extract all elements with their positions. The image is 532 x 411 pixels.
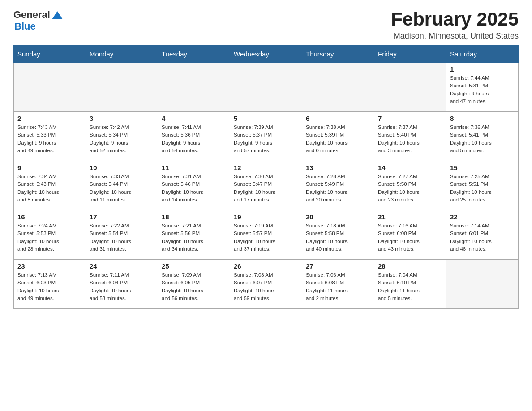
calendar-cell: 8Sunrise: 7:36 AMSunset: 5:41 PMDaylight… [446, 112, 519, 161]
calendar-week-row: 16Sunrise: 7:24 AMSunset: 5:53 PMDayligh… [14, 210, 519, 260]
calendar-week-row: 1Sunrise: 7:44 AMSunset: 5:31 PMDaylight… [14, 63, 519, 112]
calendar-cell: 2Sunrise: 7:43 AMSunset: 5:33 PMDaylight… [14, 112, 86, 161]
calendar-cell [374, 63, 446, 112]
day-info: Sunrise: 7:22 AMSunset: 5:54 PMDaylight:… [90, 222, 154, 253]
calendar-cell [86, 63, 158, 112]
day-info: Sunrise: 7:41 AMSunset: 5:36 PMDaylight:… [162, 124, 226, 154]
calendar-cell: 19Sunrise: 7:19 AMSunset: 5:57 PMDayligh… [230, 210, 302, 260]
day-number: 27 [306, 262, 370, 270]
logo-bottom-line: Blue [13, 21, 36, 32]
day-number: 28 [378, 262, 442, 270]
calendar-day-header: Friday [374, 46, 446, 63]
calendar-cell [14, 63, 86, 112]
logo-general-text: General [13, 9, 50, 21]
calendar-cell: 17Sunrise: 7:22 AMSunset: 5:54 PMDayligh… [86, 210, 158, 260]
calendar-week-row: 2Sunrise: 7:43 AMSunset: 5:33 PMDaylight… [14, 112, 519, 161]
calendar-day-header: Monday [86, 46, 158, 63]
day-info: Sunrise: 7:43 AMSunset: 5:33 PMDaylight:… [17, 124, 82, 154]
day-number: 12 [234, 164, 298, 171]
day-number: 10 [90, 164, 154, 171]
day-info: Sunrise: 7:34 AMSunset: 5:43 PMDaylight:… [17, 173, 82, 204]
day-number: 15 [450, 164, 515, 171]
calendar-cell: 24Sunrise: 7:11 AMSunset: 6:04 PMDayligh… [86, 260, 158, 309]
day-info: Sunrise: 7:11 AMSunset: 6:04 PMDaylight:… [90, 271, 154, 302]
calendar-cell: 27Sunrise: 7:06 AMSunset: 6:08 PMDayligh… [302, 260, 374, 309]
calendar-cell: 7Sunrise: 7:37 AMSunset: 5:40 PMDaylight… [374, 112, 446, 161]
day-number: 1 [450, 65, 515, 73]
day-number: 17 [90, 213, 154, 221]
day-number: 7 [378, 115, 442, 122]
logo-blue-text: Blue [14, 21, 36, 32]
day-number: 4 [162, 115, 226, 122]
calendar-week-row: 23Sunrise: 7:13 AMSunset: 6:03 PMDayligh… [14, 260, 519, 309]
day-number: 24 [90, 262, 154, 270]
day-info: Sunrise: 7:13 AMSunset: 6:03 PMDaylight:… [17, 271, 82, 302]
calendar-cell [158, 63, 230, 112]
calendar-header-row: SundayMondayTuesdayWednesdayThursdayFrid… [14, 46, 519, 63]
day-number: 19 [234, 213, 298, 221]
day-number: 13 [306, 164, 370, 171]
day-info: Sunrise: 7:19 AMSunset: 5:57 PMDaylight:… [234, 222, 298, 253]
day-info: Sunrise: 7:27 AMSunset: 5:50 PMDaylight:… [378, 173, 442, 204]
day-number: 5 [234, 115, 298, 122]
day-info: Sunrise: 7:14 AMSunset: 6:01 PMDaylight:… [450, 222, 515, 253]
day-info: Sunrise: 7:44 AMSunset: 5:31 PMDaylight:… [450, 74, 515, 105]
day-number: 14 [378, 164, 442, 171]
calendar-cell: 21Sunrise: 7:16 AMSunset: 6:00 PMDayligh… [374, 210, 446, 260]
day-number: 9 [17, 164, 82, 171]
day-info: Sunrise: 7:08 AMSunset: 6:07 PMDaylight:… [234, 271, 298, 302]
calendar-cell: 25Sunrise: 7:09 AMSunset: 6:05 PMDayligh… [158, 260, 230, 309]
day-info: Sunrise: 7:28 AMSunset: 5:49 PMDaylight:… [306, 173, 370, 204]
day-info: Sunrise: 7:33 AMSunset: 5:44 PMDaylight:… [90, 173, 154, 204]
day-info: Sunrise: 7:06 AMSunset: 6:08 PMDaylight:… [306, 271, 370, 302]
day-number: 16 [17, 213, 82, 221]
day-info: Sunrise: 7:31 AMSunset: 5:46 PMDaylight:… [162, 173, 226, 204]
calendar-day-header: Sunday [14, 46, 86, 63]
day-number: 11 [162, 164, 226, 171]
day-info: Sunrise: 7:36 AMSunset: 5:41 PMDaylight:… [450, 124, 515, 154]
calendar-cell: 14Sunrise: 7:27 AMSunset: 5:50 PMDayligh… [374, 161, 446, 210]
calendar-cell: 23Sunrise: 7:13 AMSunset: 6:03 PMDayligh… [14, 260, 86, 309]
page-title: February 2025 [391, 9, 519, 30]
calendar-cell: 10Sunrise: 7:33 AMSunset: 5:44 PMDayligh… [86, 161, 158, 210]
calendar-cell: 18Sunrise: 7:21 AMSunset: 5:56 PMDayligh… [158, 210, 230, 260]
day-number: 8 [450, 115, 515, 122]
day-info: Sunrise: 7:16 AMSunset: 6:00 PMDaylight:… [378, 222, 442, 253]
day-info: Sunrise: 7:25 AMSunset: 5:51 PMDaylight:… [450, 173, 515, 204]
day-number: 6 [306, 115, 370, 122]
logo: General Blue [13, 9, 63, 32]
day-info: Sunrise: 7:39 AMSunset: 5:37 PMDaylight:… [234, 124, 298, 154]
calendar-week-row: 9Sunrise: 7:34 AMSunset: 5:43 PMDaylight… [14, 161, 519, 210]
calendar-cell: 16Sunrise: 7:24 AMSunset: 5:53 PMDayligh… [14, 210, 86, 260]
day-info: Sunrise: 7:30 AMSunset: 5:47 PMDaylight:… [234, 173, 298, 204]
calendar-cell: 13Sunrise: 7:28 AMSunset: 5:49 PMDayligh… [302, 161, 374, 210]
logo-top-line: General [13, 9, 63, 21]
calendar-cell: 4Sunrise: 7:41 AMSunset: 5:36 PMDaylight… [158, 112, 230, 161]
day-number: 21 [378, 213, 442, 221]
calendar-cell: 11Sunrise: 7:31 AMSunset: 5:46 PMDayligh… [158, 161, 230, 210]
calendar-table: SundayMondayTuesdayWednesdayThursdayFrid… [13, 45, 519, 309]
day-info: Sunrise: 7:24 AMSunset: 5:53 PMDaylight:… [17, 222, 82, 253]
day-info: Sunrise: 7:38 AMSunset: 5:39 PMDaylight:… [306, 124, 370, 154]
title-block: February 2025 Madison, Minnesota, United… [391, 9, 519, 41]
calendar-cell [302, 63, 374, 112]
calendar-cell: 28Sunrise: 7:04 AMSunset: 6:10 PMDayligh… [374, 260, 446, 309]
calendar-cell: 12Sunrise: 7:30 AMSunset: 5:47 PMDayligh… [230, 161, 302, 210]
calendar-cell: 26Sunrise: 7:08 AMSunset: 6:07 PMDayligh… [230, 260, 302, 309]
calendar-cell: 22Sunrise: 7:14 AMSunset: 6:01 PMDayligh… [446, 210, 519, 260]
day-number: 26 [234, 262, 298, 270]
day-number: 20 [306, 213, 370, 221]
page-header: General Blue February 2025 Madison, Minn… [13, 9, 519, 41]
calendar-cell: 1Sunrise: 7:44 AMSunset: 5:31 PMDaylight… [446, 63, 519, 112]
day-info: Sunrise: 7:04 AMSunset: 6:10 PMDaylight:… [378, 271, 442, 302]
calendar-cell: 15Sunrise: 7:25 AMSunset: 5:51 PMDayligh… [446, 161, 519, 210]
calendar-cell: 6Sunrise: 7:38 AMSunset: 5:39 PMDaylight… [302, 112, 374, 161]
day-info: Sunrise: 7:37 AMSunset: 5:40 PMDaylight:… [378, 124, 442, 154]
calendar-cell [446, 260, 519, 309]
page-subtitle: Madison, Minnesota, United States [391, 31, 519, 41]
day-number: 23 [17, 262, 82, 270]
day-info: Sunrise: 7:21 AMSunset: 5:56 PMDaylight:… [162, 222, 226, 253]
day-number: 22 [450, 213, 515, 221]
calendar-cell: 20Sunrise: 7:18 AMSunset: 5:58 PMDayligh… [302, 210, 374, 260]
day-number: 18 [162, 213, 226, 221]
